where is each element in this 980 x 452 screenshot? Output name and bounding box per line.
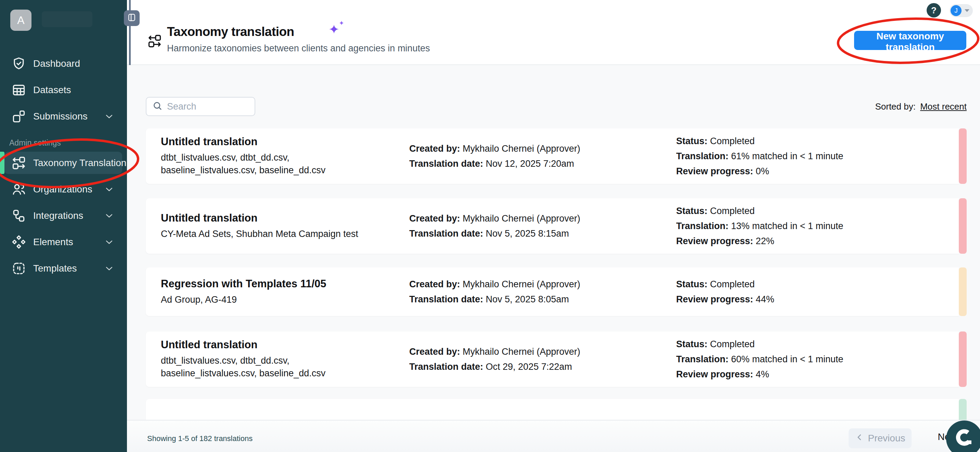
- search-box[interactable]: [146, 97, 255, 116]
- translation-match-line: Translation: 60% matched in < 1 minute: [676, 352, 959, 367]
- status-accent-bar: [959, 128, 967, 184]
- search-input[interactable]: [167, 101, 246, 112]
- blocks-icon: [11, 109, 26, 124]
- sidebar-item-label: Integrations: [33, 210, 83, 221]
- sidebar-item-templates[interactable]: Templates: [0, 255, 127, 281]
- card-main-column: Untitled translation dtbt_listvalues.csv…: [146, 136, 409, 177]
- sidebar-item-label: Submissions: [33, 111, 88, 122]
- card-main-column: Untitled translation dtbt_listvalues.csv…: [146, 339, 409, 380]
- sidebar-item-submissions[interactable]: Submissions: [0, 103, 127, 129]
- chevron-down-icon: [104, 210, 115, 221]
- chat-logo-icon: [952, 426, 977, 452]
- sidebar-item-label: Dashboard: [33, 58, 80, 69]
- card-main-column: Regression with Templates 11/05 Ad Group…: [146, 278, 409, 306]
- status-line: Status: Completed: [676, 277, 959, 292]
- status-line: Status: Completed: [676, 203, 959, 219]
- status-line: Status: Completed: [676, 134, 959, 149]
- list-toolbar: Sorted by: Most recent: [146, 97, 967, 116]
- main-content: Sorted by: Most recent Untitled translat…: [127, 66, 980, 452]
- translation-card[interactable]: Untitled translation CY-Meta Ad Sets, Sh…: [146, 198, 959, 254]
- review-progress-line: Review progress: 22%: [676, 233, 959, 249]
- card-status-column: Status: Completed Translation: 61% match…: [676, 134, 959, 179]
- workspace-name-placeholder: [42, 11, 92, 27]
- chevron-down-icon: [104, 263, 115, 274]
- page-subtitle: Harmonize taxonomies between clients and…: [167, 43, 430, 54]
- card-meta-column: Created by: Mykhailo Chernei (Approver) …: [409, 277, 676, 307]
- card-meta-column: Created by: Mykhailo Chernei (Approver) …: [409, 211, 676, 241]
- workspace-avatar[interactable]: A: [10, 10, 32, 31]
- created-by-line: Created by: Mykhailo Chernei (Approver): [409, 211, 676, 226]
- card-meta-column: Created by: Mykhailo Chernei (Approver) …: [409, 344, 676, 374]
- sidebar-collapse-button[interactable]: [124, 10, 140, 26]
- link-nodes-icon: [11, 208, 26, 223]
- page-header: Taxonomy translation ✦ ✦ Harmonize taxon…: [127, 0, 980, 65]
- translation-sources: dtbt_listvalues.csv, dtbt_dd.csv, baseli…: [161, 151, 380, 177]
- translation-date-line: Translation date: Oct 29, 2025 7:22am: [409, 359, 676, 374]
- translation-sources: dtbt_listvalues.csv, dtbt_dd.csv, baseli…: [161, 355, 380, 380]
- translation-card[interactable]: Regression with Templates 11/05 Ad Group…: [146, 267, 959, 316]
- sparkle-icon: ✦: [328, 22, 339, 37]
- sidebar-item-elements[interactable]: Elements: [0, 229, 127, 255]
- diamonds-icon: [11, 235, 26, 250]
- translation-date-line: Translation date: Nov 5, 2025 8:15am: [409, 226, 676, 241]
- chevron-down-icon: [104, 236, 115, 248]
- created-by-line: Created by: Mykhailo Chernei (Approver): [409, 141, 676, 156]
- card-status-column: Status: Completed Review progress: 44%: [676, 277, 959, 307]
- translation-row: Regression with Templates 11/05 Ad Group…: [146, 267, 967, 316]
- status-accent-bar: [959, 331, 967, 387]
- sidebar-item-datasets[interactable]: Datasets: [0, 77, 127, 103]
- search-icon: [152, 100, 163, 113]
- previous-page-button[interactable]: Previous: [849, 428, 912, 448]
- sidebar-item-label: Datasets: [33, 85, 71, 96]
- sidebar-edge-divider: [129, 0, 131, 65]
- card-status-column: Status: Completed Translation: 13% match…: [676, 203, 959, 249]
- chevron-down-icon: [104, 184, 115, 195]
- translation-title: Untitled translation: [161, 339, 409, 351]
- sidebar-item-label: Taxonomy Translation: [33, 158, 126, 168]
- translation-match-line: Translation: 61% matched in < 1 minute: [676, 149, 959, 164]
- new-taxonomy-translation-button[interactable]: New taxonomy translation: [854, 31, 966, 50]
- status-accent-bar: [959, 198, 967, 254]
- taxonomy-translation-page: A DashboardDatasetsSubmissionsAdmin sett…: [0, 0, 980, 452]
- chevron-down-icon: [965, 9, 969, 12]
- translations-list: Untitled translation dtbt_listvalues.csv…: [146, 128, 967, 452]
- sidebar-item-integrations[interactable]: Integrations: [0, 202, 127, 229]
- page-title: Taxonomy translation ✦ ✦: [167, 25, 294, 39]
- translation-card[interactable]: Untitled translation dtbt_listvalues.csv…: [146, 128, 959, 184]
- translation-sources: CY-Meta Ad Sets, Shubhan Meta Campaign t…: [161, 228, 380, 240]
- sidebar-section-label: Admin settings: [0, 129, 127, 150]
- chevron-left-icon: [855, 433, 864, 444]
- user-menu[interactable]: J: [950, 4, 973, 17]
- sidebar-item-label: Elements: [33, 236, 73, 248]
- dashed-box-icon: [11, 261, 26, 276]
- sorted-by-label: Sorted by:: [875, 101, 916, 112]
- table-grid-icon: [11, 83, 26, 97]
- translation-title: Regression with Templates 11/05: [161, 278, 409, 290]
- sidebar-item-dashboard[interactable]: Dashboard: [0, 50, 127, 77]
- card-meta-column: Created by: Mykhailo Chernei (Approver) …: [409, 141, 676, 171]
- user-avatar: J: [951, 5, 961, 16]
- sidebar-nav: DashboardDatasetsSubmissionsAdmin settin…: [0, 50, 127, 281]
- taxonomy-icon: [147, 34, 162, 49]
- review-progress-line: Review progress: 44%: [676, 292, 959, 307]
- sidebar-item-taxonomy-translation[interactable]: Taxonomy Translation: [0, 150, 127, 176]
- help-button[interactable]: ?: [927, 3, 941, 18]
- translation-sources: Ad Group, AG-419: [161, 294, 380, 306]
- translation-title: Untitled translation: [161, 212, 409, 224]
- translation-card[interactable]: Untitled translation dtbt_listvalues.csv…: [146, 331, 959, 387]
- sort-most-recent-link[interactable]: Most recent: [920, 101, 967, 112]
- translation-row: Untitled translation dtbt_listvalues.csv…: [146, 128, 967, 184]
- card-status-column: Status: Completed Translation: 60% match…: [676, 337, 959, 382]
- taxonomy-icon: [11, 155, 26, 171]
- showing-count: Showing 1-5 of 182 translations: [147, 434, 253, 443]
- sidebar: A DashboardDatasetsSubmissionsAdmin sett…: [0, 0, 127, 452]
- card-main-column: Untitled translation CY-Meta Ad Sets, Sh…: [146, 212, 409, 240]
- sparkle-small-icon: ✦: [339, 19, 344, 27]
- created-by-line: Created by: Mykhailo Chernei (Approver): [409, 277, 676, 292]
- sidebar-item-label: Organizations: [33, 184, 92, 195]
- translation-date-line: Translation date: Nov 12, 2025 7:20am: [409, 156, 676, 171]
- translation-title: Untitled translation: [161, 136, 409, 148]
- translation-row: Untitled translation dtbt_listvalues.csv…: [146, 331, 967, 387]
- sidebar-item-label: Templates: [33, 263, 77, 274]
- sidebar-item-organizations[interactable]: Organizations: [0, 176, 127, 202]
